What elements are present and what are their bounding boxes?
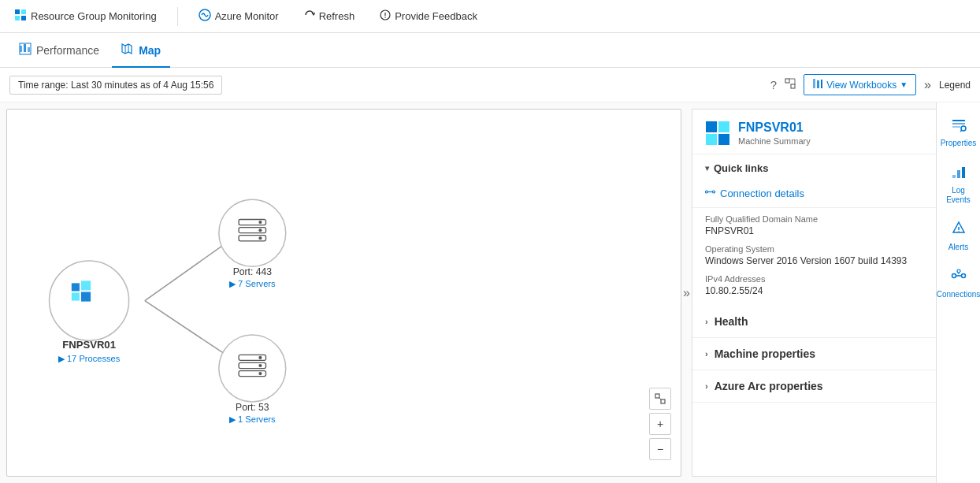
side-icon-alerts[interactable]: Alerts [937, 213, 980, 260]
brand-label: Resource Group Monitoring [31, 10, 157, 22]
side-icon-properties[interactable]: Properties [937, 109, 980, 156]
brand-icon [14, 9, 27, 24]
svg-text:▶ 17 Processes: ▶ 17 Processes [58, 354, 121, 363]
svg-rect-9 [28, 47, 30, 52]
svg-point-30 [258, 228, 262, 232]
azure-arc-section[interactable]: › Azure Arc properties [692, 370, 936, 403]
svg-rect-50 [706, 134, 717, 145]
svg-rect-62 [962, 167, 965, 178]
refresh-item[interactable]: Refresh [299, 6, 360, 26]
svg-text:Port: 443: Port: 443 [233, 266, 272, 277]
svg-point-65 [952, 274, 956, 278]
svg-point-68 [957, 269, 960, 273]
svg-text:▶ 1 Servers: ▶ 1 Servers [229, 414, 276, 424]
double-arrow[interactable]: » [924, 78, 931, 92]
svg-rect-3 [21, 16, 26, 20]
right-panel: FNPSVR01 Machine Summary ▾ Quick links C… [692, 109, 936, 477]
svg-rect-8 [24, 44, 26, 52]
svg-rect-46 [661, 399, 665, 403]
toolbar-right: ? View Workbooks ▼ » Legend [770, 74, 971, 95]
brand-item[interactable]: Resource Group Monitoring [9, 6, 161, 27]
feedback-icon [380, 9, 391, 23]
svg-rect-18 [821, 80, 822, 88]
refresh-label: Refresh [319, 10, 355, 22]
svg-rect-24 [81, 292, 91, 301]
svg-rect-0 [15, 9, 20, 14]
quick-links-label: Quick links [714, 162, 768, 174]
quick-links-section: ▾ Quick links Connection details [692, 154, 936, 208]
tab-performance-label: Performance [36, 44, 99, 57]
svg-rect-51 [718, 134, 729, 145]
machine-properties-section[interactable]: › Machine properties [692, 338, 936, 370]
svg-rect-21 [72, 283, 80, 291]
svg-point-52 [706, 191, 708, 193]
zoom-controls: + − [649, 388, 671, 460]
time-range-button[interactable]: Time range: Last 30 minutes as of 4 Aug … [9, 76, 222, 95]
quick-links-header[interactable]: ▾ Quick links [692, 154, 936, 182]
performance-icon [19, 43, 32, 58]
quick-links-content: Connection details [692, 182, 936, 207]
machine-header: FNPSVR01 Machine Summary [692, 110, 936, 154]
zoom-out-button[interactable]: − [649, 438, 671, 460]
zoom-fit-button[interactable] [649, 388, 671, 410]
view-workbooks-label: View Workbooks [826, 80, 896, 91]
svg-rect-55 [952, 120, 965, 121]
connection-details-link[interactable]: Connection details [705, 187, 923, 199]
connections-icon [951, 268, 967, 288]
svg-rect-2 [15, 16, 20, 20]
map-svg: FNPSVR01 ▶ 17 Processes Port: 443 ▶ 7 Se… [7, 110, 681, 476]
svg-rect-1 [21, 9, 26, 14]
windows-logo-icon [705, 121, 730, 146]
top-bar: Resource Group Monitoring Azure Monitor … [0, 0, 980, 33]
machine-properties-chevron-icon: › [705, 349, 708, 359]
svg-rect-56 [952, 123, 965, 124]
legend-label[interactable]: Legend [939, 80, 971, 91]
view-workbooks-button[interactable]: View Workbooks ▼ [804, 74, 916, 95]
side-icon-connections[interactable]: Connections [937, 260, 980, 307]
svg-point-29 [258, 221, 262, 224]
tab-performance[interactable]: Performance [9, 34, 109, 68]
svg-point-6 [384, 17, 386, 18]
alerts-icon-label: Alerts [948, 243, 969, 252]
azure-monitor-item[interactable]: Azure Monitor [194, 6, 284, 27]
svg-point-38 [258, 372, 262, 375]
svg-point-37 [258, 364, 262, 367]
log-events-icon [951, 164, 967, 184]
properties-icon [951, 117, 967, 136]
svg-line-47 [659, 398, 661, 399]
map-panel-row: FNPSVR01 ▶ 17 Processes Port: 443 ▶ 7 Se… [0, 102, 980, 483]
health-chevron-icon: › [705, 317, 708, 326]
svg-rect-60 [952, 175, 956, 178]
feedback-item[interactable]: Provide Feedback [375, 6, 482, 26]
svg-rect-17 [817, 80, 819, 88]
svg-text:▶ 7 Servers: ▶ 7 Servers [229, 279, 276, 288]
expand-icon[interactable] [785, 78, 796, 91]
help-icon[interactable]: ? [770, 78, 777, 91]
svg-point-31 [258, 236, 262, 240]
map-area: FNPSVR01 ▶ 17 Processes Port: 443 ▶ 7 Se… [6, 109, 681, 477]
svg-marker-11 [122, 44, 132, 54]
side-icon-log-events[interactable]: Log Events [937, 156, 980, 213]
quick-links-chevron-icon: ▾ [705, 164, 709, 173]
tab-map[interactable]: Map [112, 34, 170, 68]
health-section[interactable]: › Health [692, 306, 936, 338]
svg-rect-16 [813, 79, 815, 88]
connection-icon [705, 187, 715, 199]
ipv4-value: 10.80.2.55/24 [705, 285, 923, 296]
refresh-icon [304, 9, 315, 23]
svg-rect-48 [706, 121, 717, 132]
svg-rect-45 [655, 394, 659, 398]
toolbar-row: Time range: Last 30 minutes as of 4 Aug … [0, 68, 980, 102]
tab-map-label: Map [139, 44, 161, 57]
map-icon [121, 43, 134, 58]
tab-bar: Performance Map [0, 33, 980, 68]
main-content: Time range: Last 30 minutes as of 4 Aug … [0, 68, 980, 483]
fqdn-value: FNPSVR01 [705, 225, 923, 236]
svg-point-53 [713, 191, 715, 193]
machine-title: FNPSVR01 [738, 121, 811, 135]
workbooks-icon [812, 78, 823, 91]
svg-line-59 [960, 130, 962, 132]
panel-collapse-arrow[interactable]: » [681, 286, 692, 300]
zoom-in-button[interactable]: + [649, 413, 671, 435]
svg-rect-61 [957, 170, 960, 178]
